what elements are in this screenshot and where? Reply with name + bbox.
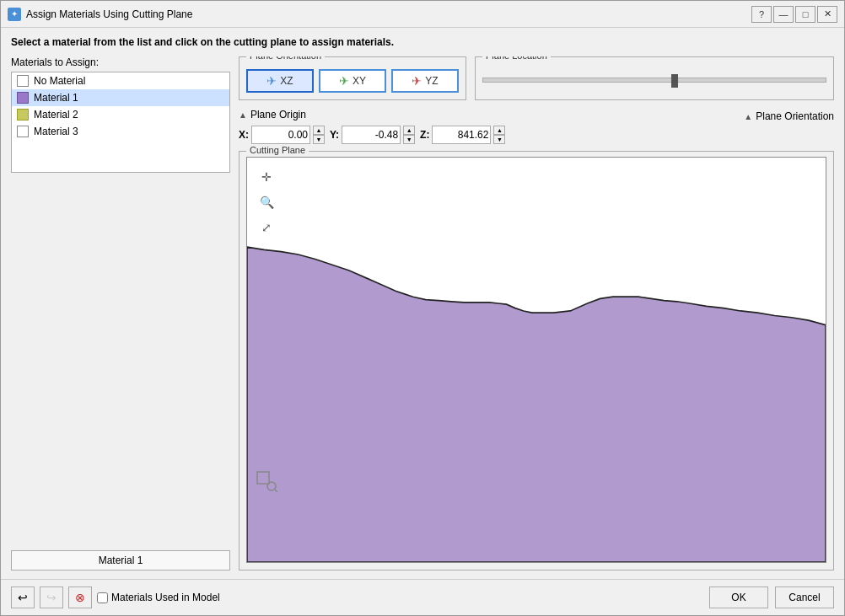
- zoom-region-svg: [256, 470, 277, 492]
- zoom-tool-button[interactable]: 🔍: [256, 191, 277, 213]
- fit-tool-button[interactable]: ⤢: [256, 217, 277, 238]
- bottom-left: ↩ ↪ ⊗ Materials Used in Model: [11, 587, 702, 608]
- move-tool-button[interactable]: ✛: [256, 166, 277, 188]
- plane-orientation-buttons: ✈ XZ ✈ XY ✈ YZ: [246, 62, 459, 93]
- material-item-no-material[interactable]: No Material: [12, 72, 229, 89]
- plane-orientation-group: Plane Orientation ✈ XZ ✈ XY ✈: [239, 56, 466, 100]
- instruction-text: Select a material from the list and clic…: [11, 36, 834, 48]
- cutting-plane-label: Cutting Plane: [246, 145, 309, 155]
- selected-material-display: Material 1: [11, 550, 230, 570]
- material-item-material-3[interactable]: Material 3: [12, 123, 229, 140]
- material-label-no-material: No Material: [34, 75, 224, 87]
- xy-icon: ✈: [339, 74, 349, 88]
- plane-origin-label: Plane Origin: [250, 109, 306, 121]
- svg-line-2: [275, 490, 277, 492]
- materials-list[interactable]: No Material Material 1 Material 2 Materi…: [11, 72, 230, 173]
- z-spin-arrows: ▲ ▼: [493, 126, 505, 144]
- window-title: Assign Materials Using Cutting Plane: [26, 8, 192, 20]
- material-swatch-material-2: [17, 109, 29, 121]
- slider-thumb[interactable]: [671, 74, 678, 88]
- z-down-arrow[interactable]: ▼: [493, 135, 505, 144]
- left-panel: Materials to Assign: No Material Materia…: [11, 56, 230, 570]
- cutting-plane-canvas[interactable]: ✛ 🔍 ⤢: [246, 157, 826, 563]
- cancel-button[interactable]: Cancel: [775, 587, 834, 608]
- yz-button[interactable]: ✈ YZ: [391, 69, 459, 93]
- close-button[interactable]: ✕: [817, 6, 837, 23]
- y-input[interactable]: [342, 126, 401, 144]
- y-label: Y:: [330, 129, 339, 141]
- xy-label: XY: [353, 75, 366, 87]
- help-button[interactable]: ?: [751, 6, 772, 23]
- x-label: X:: [239, 129, 249, 141]
- slider-track[interactable]: [482, 78, 826, 83]
- material-item-material-1[interactable]: Material 1: [12, 89, 229, 106]
- xz-icon: ✈: [266, 74, 277, 88]
- yz-label: YZ: [425, 75, 438, 87]
- material-label-material-1: Material 1: [34, 92, 224, 104]
- y-spin-arrows: ▲ ▼: [403, 126, 415, 144]
- material-label-material-3: Material 3: [34, 126, 224, 137]
- redo-button[interactable]: ↪: [40, 587, 63, 608]
- svg-point-1: [267, 482, 276, 490]
- plane-origin-inputs: X: ▲ ▼ Y: ▲: [239, 126, 735, 144]
- plane-location-label: Plane Location: [482, 56, 551, 61]
- z-input[interactable]: [432, 126, 491, 144]
- plane-origin-header[interactable]: ▲ Plane Origin: [239, 107, 735, 122]
- zoom-region-icon: [256, 470, 277, 495]
- minimize-button[interactable]: —: [773, 6, 794, 23]
- collapsible-sections: ▲ Plane Origin X: ▲ ▼: [239, 107, 834, 144]
- xz-button[interactable]: ✈ XZ: [246, 69, 314, 93]
- title-bar: ✦ Assign Materials Using Cutting Plane ?…: [1, 1, 844, 28]
- y-field: Y: ▲ ▼: [330, 126, 415, 144]
- plane-orientation-collapsed-arrow: ▲: [744, 112, 752, 121]
- plane-orientation-collapsed-label: Plane Orientation: [756, 110, 834, 122]
- material-swatch-material-3: [17, 126, 29, 137]
- materials-label: Materials to Assign:: [11, 56, 230, 68]
- z-label: Z:: [420, 129, 429, 141]
- bottom-bar: ↩ ↪ ⊗ Materials Used in Model OK Cancel: [1, 579, 844, 615]
- right-panel: Plane Orientation ✈ XZ ✈ XY ✈: [239, 56, 834, 570]
- x-field: X: ▲ ▼: [239, 126, 325, 144]
- plane-origin-section: ▲ Plane Origin X: ▲ ▼: [239, 107, 735, 144]
- x-down-arrow[interactable]: ▼: [313, 135, 325, 144]
- reset-button[interactable]: ⊗: [68, 587, 92, 608]
- content-area: Select a material from the list and clic…: [1, 28, 844, 579]
- canvas-tools: ✛ 🔍 ⤢: [256, 166, 277, 238]
- plane-orientation-collapsed-header[interactable]: ▲ Plane Orientation: [744, 109, 834, 124]
- maximize-button[interactable]: □: [795, 6, 815, 23]
- material-label-material-2: Material 2: [34, 109, 224, 121]
- xz-label: XZ: [280, 75, 293, 87]
- main-area: Materials to Assign: No Material Materia…: [11, 56, 834, 570]
- z-field: Z: ▲ ▼: [420, 126, 505, 144]
- xy-button[interactable]: ✈ XY: [319, 69, 386, 93]
- materials-used-checkbox-label[interactable]: Materials Used in Model: [97, 592, 220, 603]
- material-swatch-no-material: [17, 75, 29, 87]
- main-window: ✦ Assign Materials Using Cutting Plane ?…: [0, 0, 845, 616]
- ok-button[interactable]: OK: [709, 587, 768, 608]
- title-bar-left: ✦ Assign Materials Using Cutting Plane: [8, 8, 192, 21]
- plane-orientation-collapsed-section: ▲ Plane Orientation: [744, 107, 834, 144]
- x-input[interactable]: [251, 126, 310, 144]
- undo-button[interactable]: ↩: [11, 587, 35, 608]
- x-up-arrow[interactable]: ▲: [313, 126, 325, 135]
- svg-rect-0: [257, 472, 269, 484]
- window-icon: ✦: [8, 8, 21, 21]
- slider-container: [482, 62, 826, 86]
- cutting-plane-visualization: [247, 158, 826, 562]
- y-up-arrow[interactable]: ▲: [403, 126, 415, 135]
- right-top-row: Plane Orientation ✈ XZ ✈ XY ✈: [239, 56, 834, 100]
- material-item-material-2[interactable]: Material 2: [12, 106, 229, 123]
- plane-location-group: Plane Location: [475, 56, 834, 100]
- cutting-plane-group: Cutting Plane ✛ 🔍 ⤢: [239, 151, 834, 570]
- materials-used-checkbox[interactable]: [97, 592, 108, 603]
- materials-used-label: Materials Used in Model: [111, 592, 220, 603]
- title-buttons: ? — □ ✕: [751, 6, 837, 23]
- y-down-arrow[interactable]: ▼: [403, 135, 415, 144]
- material-swatch-material-1: [17, 92, 29, 104]
- plane-origin-arrow: ▲: [239, 110, 247, 120]
- z-up-arrow[interactable]: ▲: [493, 126, 505, 135]
- plane-orientation-label: Plane Orientation: [246, 56, 325, 61]
- x-spin-arrows: ▲ ▼: [313, 126, 325, 144]
- yz-icon: ✈: [412, 74, 422, 88]
